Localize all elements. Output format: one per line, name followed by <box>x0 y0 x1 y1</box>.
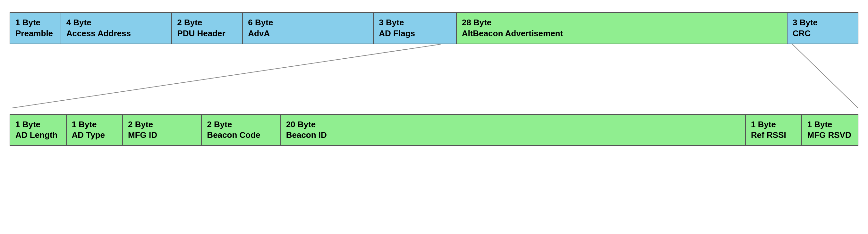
cell-adva: 6 ByteAdvA <box>243 13 374 43</box>
cell-preamble: 1 BytePreamble <box>10 13 61 43</box>
cell-mfg-id: 2 ByteMFG ID <box>123 115 202 145</box>
ble-pdu-row: 1 BytePreamble4 ByteAccess Address2 Byte… <box>10 12 858 44</box>
cell-crc: 3 ByteCRC <box>787 13 858 43</box>
cell-ad-length: 1 ByteAD Length <box>10 115 67 145</box>
connector-area <box>10 44 858 108</box>
bottom-section: 1 ByteAD Length1 ByteAD Type2 ByteMFG ID… <box>10 108 858 146</box>
cell-beacon-code: 2 ByteBeacon Code <box>202 115 281 145</box>
cell-ref-rssi: 1 ByteRef RSSI <box>746 115 802 145</box>
cell-mfg-rsvd: 1 ByteMFG RSVD <box>802 115 858 145</box>
cell-pdu-header: 2 BytePDU Header <box>172 13 243 43</box>
cell-altbeacon-advertisement: 28 ByteAltBeacon Advertisement <box>457 13 787 43</box>
cell-access-address: 4 ByteAccess Address <box>61 13 172 43</box>
cell-ad-type: 1 ByteAD Type <box>67 115 123 145</box>
svg-line-0 <box>10 44 441 108</box>
cell-ad-flags: 3 ByteAD Flags <box>374 13 457 43</box>
svg-line-1 <box>792 44 858 108</box>
cell-beacon-id: 20 ByteBeacon ID <box>281 115 746 145</box>
altbeacon-row: 1 ByteAD Length1 ByteAD Type2 ByteMFG ID… <box>10 114 858 146</box>
